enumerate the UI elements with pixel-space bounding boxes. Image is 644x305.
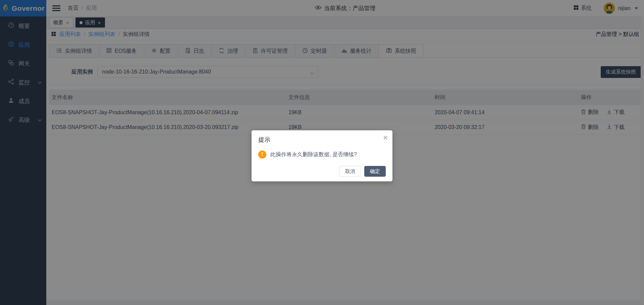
warning-icon: ! (258, 150, 266, 159)
confirm-button[interactable]: 确定 (364, 166, 386, 177)
dialog-body: ! 此操作将永久删除该数据, 是否继续? (258, 150, 386, 159)
dialog-message: 此操作将永久删除该数据, 是否继续? (270, 151, 357, 158)
confirm-dialog: 提示 × ! 此操作将永久删除该数据, 是否继续? 取消 确定 (252, 130, 392, 181)
cancel-button[interactable]: 取消 (339, 166, 361, 177)
close-icon[interactable]: × (383, 134, 388, 142)
dialog-footer: 取消 确定 (258, 166, 386, 177)
dialog-title: 提示 (258, 136, 386, 144)
